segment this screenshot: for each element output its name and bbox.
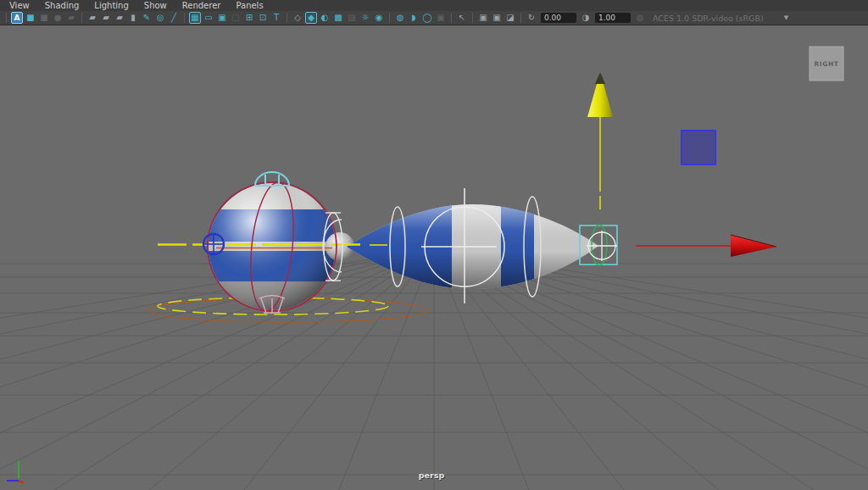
square-select-icon[interactable]: ■ bbox=[25, 12, 36, 24]
separator bbox=[389, 13, 390, 23]
shadows-icon[interactable]: ◗ bbox=[408, 12, 420, 24]
safe-title-icon[interactable]: T bbox=[270, 12, 282, 24]
menu-renderer[interactable]: Renderer bbox=[175, 0, 229, 11]
ground-grid bbox=[0, 249, 868, 490]
menu-view[interactable]: View bbox=[2, 0, 37, 11]
inactive-plane-icon[interactable]: ▰ bbox=[65, 12, 77, 24]
move-manipulator-y[interactable] bbox=[587, 72, 613, 209]
textured-sphere-icon[interactable]: ◐ bbox=[319, 12, 331, 24]
select-a-icon[interactable]: A bbox=[11, 12, 23, 24]
separator bbox=[184, 13, 185, 23]
menu-show[interactable]: Show bbox=[136, 0, 175, 11]
panel-toolbar: A■■●▰▰▰▰▮✎◎╱▦▭▣▢⊞⊡T◇◆◐▩▨☼◉◍◗◯▣↖▣▣◪↻0.00◑… bbox=[0, 11, 868, 25]
menu-lighting[interactable]: Lighting bbox=[86, 0, 136, 11]
lock-camera-icon[interactable]: ▰ bbox=[100, 12, 112, 24]
safe-action-icon[interactable]: ⊡ bbox=[257, 12, 269, 24]
camera-attributes-icon[interactable]: ▰ bbox=[114, 12, 125, 24]
default-lighting-icon[interactable]: ◍ bbox=[394, 12, 406, 24]
pan-zoom-icon[interactable]: ◎ bbox=[154, 12, 166, 24]
image-plane-right[interactable]: RIGHT bbox=[810, 47, 843, 81]
bookmark-icon[interactable]: ▮ bbox=[127, 12, 139, 24]
resolution-gate-icon[interactable]: ▣ bbox=[216, 12, 228, 24]
separator bbox=[472, 13, 473, 23]
menu-shading[interactable]: Shading bbox=[37, 0, 87, 11]
blue-side-handle[interactable] bbox=[203, 234, 224, 254]
wireframe-cube-icon[interactable]: ◇ bbox=[292, 12, 303, 24]
view-axis-gizmo bbox=[7, 460, 24, 483]
image-plane-label: RIGHT bbox=[814, 60, 838, 68]
motion-blur-icon[interactable]: ▣ bbox=[435, 12, 447, 24]
viewport-canvas: RIGHT persp persp bbox=[0, 25, 868, 490]
move-manipulator-x[interactable] bbox=[636, 235, 776, 257]
select-camera-icon[interactable]: ▰ bbox=[86, 12, 98, 24]
separator bbox=[287, 13, 287, 23]
blue-square-control[interactable] bbox=[682, 131, 715, 164]
menu-panels[interactable]: Panels bbox=[228, 0, 270, 11]
shaded-cube-icon[interactable]: ◆ bbox=[305, 12, 317, 24]
xray-icon[interactable]: ◉ bbox=[373, 12, 385, 24]
selection-pointer-icon[interactable]: ↖ bbox=[456, 12, 468, 24]
toolbar-handle bbox=[6, 13, 7, 23]
inactive-square-icon[interactable]: ■ bbox=[38, 12, 50, 24]
annotate-pencil-icon[interactable]: ╱ bbox=[168, 12, 180, 24]
color-managed-icon[interactable]: ◍ bbox=[634, 12, 646, 24]
inactive-circle-icon[interactable]: ● bbox=[52, 12, 64, 24]
maya-viewport-window: ViewShadingLightingShowRendererPanels A■… bbox=[0, 0, 868, 490]
copy-buffer-icon[interactable]: ▣ bbox=[477, 12, 489, 24]
svg-text:persp: persp bbox=[419, 471, 445, 480]
gamma-icon[interactable]: ◑ bbox=[580, 12, 592, 24]
textured-cube-icon[interactable]: ▩ bbox=[332, 12, 344, 24]
separator bbox=[520, 13, 521, 23]
lights-icon[interactable]: ☼ bbox=[359, 12, 371, 24]
grid-icon[interactable]: ▦ bbox=[189, 12, 201, 24]
paste-buffer-icon[interactable]: ▣ bbox=[491, 12, 503, 24]
field-chart-icon[interactable]: ⊞ bbox=[243, 12, 255, 24]
film-gate-icon[interactable]: ▭ bbox=[203, 12, 214, 24]
grease-pencil-icon[interactable]: ✎ bbox=[141, 12, 153, 24]
separator bbox=[451, 13, 452, 23]
region-crop-icon[interactable]: ◪ bbox=[504, 12, 516, 24]
viewport[interactable]: RIGHT persp persp bbox=[0, 25, 868, 490]
panel-menu-bar: ViewShadingLightingShowRendererPanels bbox=[0, 0, 868, 11]
color-space-dropdown-icon[interactable]: ▼ bbox=[784, 14, 788, 21]
gamma-field[interactable]: 1.00 bbox=[595, 13, 631, 23]
color-space-label: ACES 1.0 SDR-video (sRGB) bbox=[653, 14, 764, 23]
ambient-occlusion-icon[interactable]: ◯ bbox=[421, 12, 433, 24]
gate-mask-icon[interactable]: ▢ bbox=[230, 12, 242, 24]
camera-label: persp persp bbox=[419, 471, 446, 481]
separator bbox=[81, 13, 82, 23]
exposure-icon[interactable]: ↻ bbox=[526, 12, 537, 24]
checker-cube-icon[interactable]: ▨ bbox=[346, 12, 358, 24]
exposure-field[interactable]: 0.00 bbox=[541, 13, 576, 23]
